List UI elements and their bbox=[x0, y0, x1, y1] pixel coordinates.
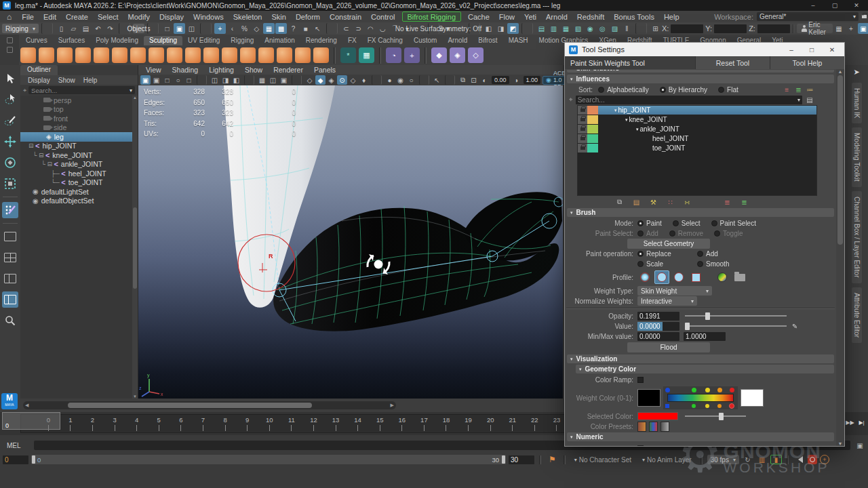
ramp-stop-orange[interactable] bbox=[717, 388, 722, 392]
section-visualization[interactable]: ▾Visualization bbox=[567, 354, 834, 363]
lock-selection-icon[interactable]: ■ bbox=[300, 23, 311, 34]
camera-attributes-icon[interactable]: □ bbox=[162, 75, 172, 85]
mode-radio[interactable]: Paint Select bbox=[711, 220, 767, 227]
shadows-icon[interactable]: ○ bbox=[406, 75, 416, 85]
snap-point-icon[interactable]: % bbox=[239, 23, 250, 34]
frame-tick[interactable]: 8 bbox=[214, 415, 237, 432]
eyedropper-icon[interactable]: ✎ bbox=[792, 323, 797, 330]
frame-tick[interactable]: 7 bbox=[192, 415, 214, 432]
two-pane-layout-button[interactable] bbox=[2, 270, 18, 287]
workspace-lock-icon[interactable] bbox=[862, 15, 867, 18]
highlight-selection-icon[interactable]: ↖ bbox=[312, 23, 323, 34]
tree-connector[interactable]: └ ⊟ bbox=[33, 152, 45, 159]
shelf-tab[interactable]: Poly Modeling bbox=[90, 36, 144, 45]
user-account-button[interactable]: Eric Keller bbox=[797, 24, 833, 33]
frame-tick[interactable]: 12 bbox=[302, 415, 325, 432]
menu-item[interactable]: Create bbox=[61, 12, 93, 22]
frame-tick[interactable]: 5 bbox=[148, 415, 170, 432]
tab-attribute-editor[interactable]: Attribute Editor bbox=[852, 287, 862, 343]
selection-mask-dropdown[interactable]: Objects bbox=[133, 24, 144, 33]
menu-item[interactable]: Bifrost Rigging bbox=[402, 12, 462, 22]
outliner-menu-item[interactable]: Help bbox=[80, 77, 101, 84]
tree-connector[interactable]: ├─ bbox=[47, 170, 61, 177]
range-end-handle[interactable] bbox=[502, 455, 505, 464]
flood-button[interactable]: Flood bbox=[627, 342, 710, 352]
scrape-tool-icon[interactable] bbox=[222, 47, 237, 63]
close-button[interactable]: ✕ bbox=[824, 46, 840, 54]
select-tool[interactable] bbox=[2, 70, 18, 87]
isolate-select-icon[interactable]: ↖ bbox=[432, 75, 442, 85]
profile-browse-icon[interactable] bbox=[734, 274, 745, 281]
shelf-tab[interactable]: Custom bbox=[408, 36, 442, 45]
mode-radio[interactable]: Paint bbox=[637, 220, 673, 227]
lock-icon[interactable] bbox=[578, 125, 587, 134]
influence-row[interactable]: ▾ hip_JOINT bbox=[578, 106, 816, 115]
section-numeric[interactable]: ▾Numeric bbox=[567, 432, 834, 441]
viewport-canvas[interactable]: R y x z Verts: bbox=[138, 85, 563, 399]
viewport-menu-item[interactable]: Renderer bbox=[269, 66, 308, 74]
speaker-icon[interactable] bbox=[793, 454, 805, 465]
outliner-item[interactable]: ◉ defaultLightSet bbox=[20, 187, 132, 197]
stamp-tool-icon[interactable]: ◈ bbox=[450, 47, 465, 63]
outliner-item[interactable]: ⊟ < hip_JOINT bbox=[20, 142, 132, 151]
tool-settings-scrollbar[interactable]: ▲▼ bbox=[836, 69, 844, 446]
character-controls-icon[interactable]: + bbox=[846, 23, 857, 34]
exposure-field[interactable]: 0.00 bbox=[492, 76, 509, 84]
reset-tool-button[interactable]: Reset Tool bbox=[695, 56, 770, 69]
select-hierarchy-icon[interactable]: □ bbox=[161, 23, 173, 34]
frame-tick[interactable]: 6 bbox=[170, 415, 193, 432]
menu-item[interactable]: Redshift bbox=[572, 12, 609, 22]
image-plane-icon[interactable]: □ bbox=[184, 75, 194, 85]
bookmark-icon[interactable]: ⚑ bbox=[546, 455, 559, 464]
shelf-tab[interactable]: Curves bbox=[20, 36, 53, 45]
viewport-menu-item[interactable]: Shading bbox=[167, 66, 203, 74]
outliner-tab[interactable]: Outliner bbox=[20, 65, 58, 75]
viewport-menu-item[interactable]: Show bbox=[240, 66, 267, 74]
frame-tick[interactable]: 3 bbox=[104, 415, 126, 432]
outliner-item[interactable]: persp bbox=[20, 96, 132, 105]
tree-connector[interactable]: └─ bbox=[47, 179, 61, 186]
color-preset-1[interactable] bbox=[637, 422, 646, 432]
tool-settings-title-bar[interactable]: M Tool Settings – □ ✕ bbox=[565, 43, 844, 56]
viewport-menu-item[interactable]: Lighting bbox=[204, 66, 239, 74]
foamy-tool-icon[interactable] bbox=[130, 47, 146, 63]
lasso-select-tool[interactable] bbox=[2, 92, 18, 108]
set-key-icon[interactable]: ▥ bbox=[756, 454, 768, 465]
sculpt-tool-icon[interactable] bbox=[20, 47, 36, 63]
sort-radio[interactable]: By Hierarchy bbox=[660, 86, 718, 94]
solidify-tool-icon[interactable]: + bbox=[404, 47, 420, 63]
influence-color-swatch[interactable] bbox=[587, 106, 598, 115]
influence-color-swatch[interactable] bbox=[587, 125, 598, 134]
menu-item[interactable]: Arnold bbox=[541, 12, 572, 22]
outliner-item[interactable]: └ ⊟ < ankle_JOINT bbox=[20, 160, 132, 169]
section-geometry-color[interactable]: ▾Geometry Color bbox=[576, 365, 834, 373]
2d-pan-zoom-icon[interactable]: ◫ bbox=[210, 75, 220, 85]
frame-tick[interactable]: 1 bbox=[60, 415, 82, 432]
shelf-tab[interactable]: FX Caching bbox=[362, 36, 408, 45]
influence-row[interactable]: heel_JOINT bbox=[578, 134, 816, 143]
hypershade-icon[interactable]: ▥ bbox=[548, 23, 559, 34]
lock-icon[interactable] bbox=[578, 144, 587, 152]
tab-human-ik[interactable]: Human IK bbox=[852, 83, 862, 123]
make-live-icon[interactable]: ▩ bbox=[275, 23, 287, 34]
close-button[interactable]: ✕ bbox=[848, 2, 865, 9]
gamma-field[interactable]: 1.00 bbox=[524, 76, 541, 84]
outliner-item[interactable]: side bbox=[20, 123, 132, 133]
undo-icon[interactable]: ↶ bbox=[92, 23, 104, 34]
influence-row[interactable]: toe_JOINT bbox=[578, 144, 816, 152]
frame-tick[interactable]: 20 bbox=[479, 415, 502, 432]
viewport-menu-item[interactable]: Panels bbox=[309, 66, 340, 74]
save-scene-icon[interactable]: ▤ bbox=[80, 23, 92, 34]
open-render-view-icon[interactable]: ◧ bbox=[483, 23, 494, 34]
frame-tick[interactable]: 16 bbox=[391, 415, 414, 432]
menu-item[interactable]: Windows bbox=[189, 12, 229, 22]
render-setup-icon[interactable]: ▧ bbox=[572, 23, 584, 34]
frame-tick[interactable]: 17 bbox=[413, 415, 435, 432]
menu-item[interactable]: Constrain bbox=[325, 12, 366, 22]
show-influenced-icon[interactable]: ≣ bbox=[794, 84, 803, 95]
menu-item[interactable]: Skeleton bbox=[229, 12, 267, 22]
content-browser-icon[interactable]: ▦ bbox=[833, 23, 845, 34]
mask-tool-icon[interactable]: ◆ bbox=[431, 47, 447, 63]
menu-item[interactable]: Cache bbox=[463, 12, 494, 22]
grab-tool-icon[interactable] bbox=[75, 47, 91, 63]
